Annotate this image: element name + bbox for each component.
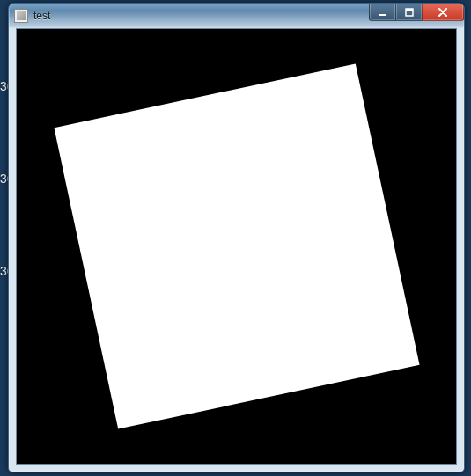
app-icon [14, 9, 28, 23]
app-window: test [8, 3, 465, 472]
window-title: test [33, 10, 50, 22]
close-icon [438, 8, 448, 17]
close-button[interactable] [422, 4, 464, 21]
minimize-button[interactable] [369, 4, 395, 21]
titlebar[interactable]: test [9, 4, 464, 28]
rotated-square-shape [54, 63, 419, 428]
svg-rect-0 [379, 14, 386, 16]
image-canvas [16, 28, 457, 465]
svg-rect-2 [406, 9, 413, 11]
minimize-icon [379, 8, 387, 17]
maximize-icon [405, 8, 414, 17]
caption-buttons [369, 4, 464, 21]
maximize-button[interactable] [395, 4, 422, 21]
